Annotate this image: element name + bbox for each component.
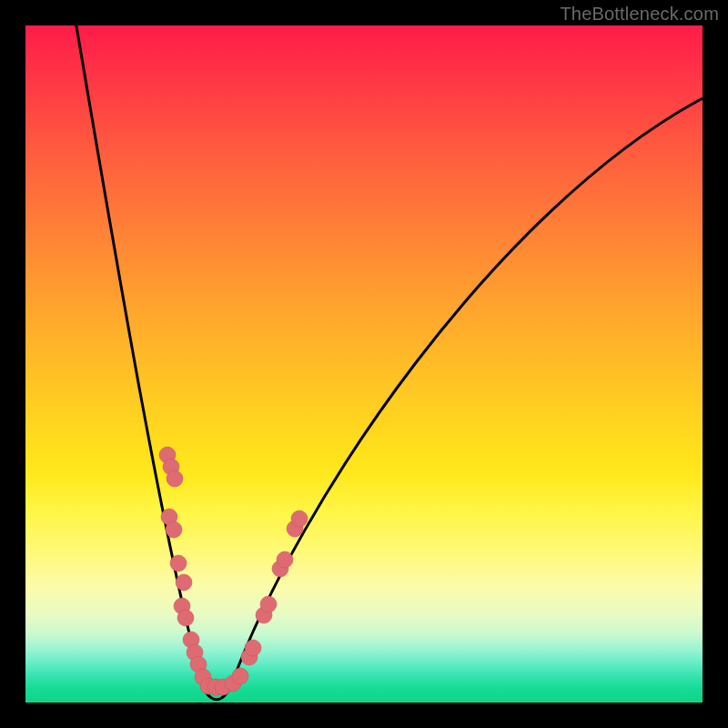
sample-point bbox=[232, 668, 248, 684]
sample-point bbox=[277, 551, 293, 568]
sample-point bbox=[291, 511, 308, 527]
sample-point bbox=[245, 640, 261, 656]
bottleneck-curve-path bbox=[76, 25, 703, 700]
plot-area bbox=[25, 25, 703, 703]
chart-frame: TheBottleneck.com bbox=[0, 0, 728, 728]
bottleneck-curve-svg bbox=[25, 25, 703, 703]
sample-point bbox=[167, 470, 183, 487]
sample-point bbox=[170, 555, 187, 571]
sample-points-group bbox=[159, 447, 308, 695]
watermark-text: TheBottleneck.com bbox=[560, 4, 719, 25]
sample-point bbox=[176, 574, 192, 591]
sample-point bbox=[260, 596, 277, 612]
sample-point bbox=[177, 610, 194, 626]
sample-point bbox=[166, 521, 182, 538]
